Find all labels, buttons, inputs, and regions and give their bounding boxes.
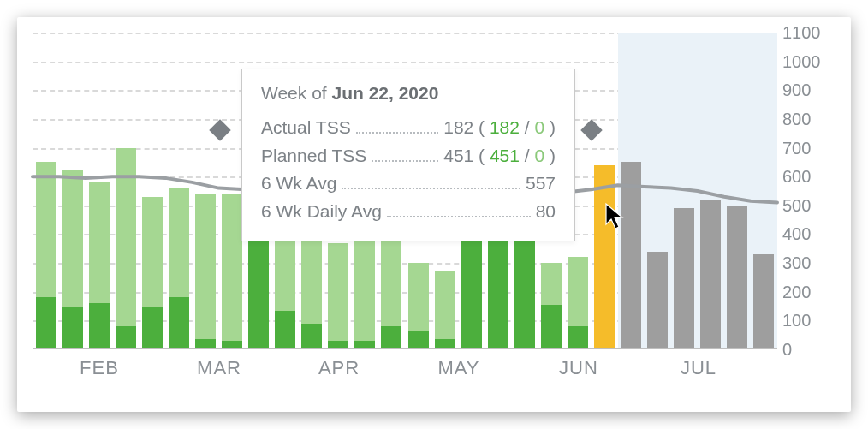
x-axis-tick: APR bbox=[318, 357, 360, 379]
y-axis-tick: 200 bbox=[782, 282, 834, 301]
tooltip-avg-label: 6 Wk Avg bbox=[261, 170, 336, 198]
tooltip-planned-value: 451 ( 451 / 0 ) bbox=[443, 142, 556, 170]
tooltip-row-avg: 6 Wk Avg 557 bbox=[261, 170, 556, 198]
tooltip-row-actual: Actual TSS 182 ( 182 / 0 ) bbox=[261, 114, 556, 142]
y-axis-tick: 600 bbox=[782, 167, 834, 187]
tooltip-daily-label: 6 Wk Daily Avg bbox=[261, 198, 382, 226]
dots-icon bbox=[372, 160, 438, 162]
x-axis-tick: JUL bbox=[681, 357, 716, 379]
y-axis-tick: 400 bbox=[782, 224, 834, 244]
y-axis-tick: 300 bbox=[782, 253, 834, 273]
y-axis-tick: 500 bbox=[782, 195, 834, 215]
y-axis-tick: 1100 bbox=[782, 23, 834, 43]
y-axis-tick: 0 bbox=[782, 340, 834, 360]
tooltip-row-daily: 6 Wk Daily Avg 80 bbox=[261, 198, 556, 226]
y-axis-tick: 100 bbox=[782, 311, 834, 331]
tooltip-actual-label: Actual TSS bbox=[261, 114, 351, 142]
y-axis-tick: 700 bbox=[782, 138, 834, 158]
tooltip-title-prefix: Week of bbox=[261, 83, 331, 103]
tooltip-row-planned: Planned TSS 451 ( 451 / 0 ) bbox=[261, 142, 556, 170]
dots-icon bbox=[342, 188, 520, 189]
dots-icon bbox=[356, 132, 439, 134]
tooltip-daily-value: 80 bbox=[536, 198, 556, 226]
hover-tooltip: Week of Jun 22, 2020 Actual TSS 182 ( 18… bbox=[241, 69, 575, 241]
x-axis-tick: MAR bbox=[197, 357, 241, 379]
dots-icon bbox=[387, 216, 531, 217]
y-axis-tick: 800 bbox=[782, 109, 834, 128]
tooltip-planned-label: Planned TSS bbox=[261, 142, 366, 170]
x-axis-tick: JUN bbox=[559, 357, 598, 379]
x-axis-baseline bbox=[33, 348, 777, 349]
tooltip-title-date: Jun 22, 2020 bbox=[331, 83, 438, 103]
tooltip-avg-value: 557 bbox=[526, 170, 556, 198]
x-axis-tick: MAY bbox=[437, 357, 479, 379]
x-axis-tick: FEB bbox=[80, 357, 119, 379]
tooltip-actual-value: 182 ( 182 / 0 ) bbox=[443, 114, 556, 142]
y-axis-tick: 900 bbox=[782, 80, 834, 100]
tss-weekly-chart[interactable]: 110010009008007006005004003002001000 FEB… bbox=[17, 17, 851, 412]
y-axis-tick: 1000 bbox=[782, 51, 834, 71]
tooltip-title: Week of Jun 22, 2020 bbox=[261, 83, 556, 104]
